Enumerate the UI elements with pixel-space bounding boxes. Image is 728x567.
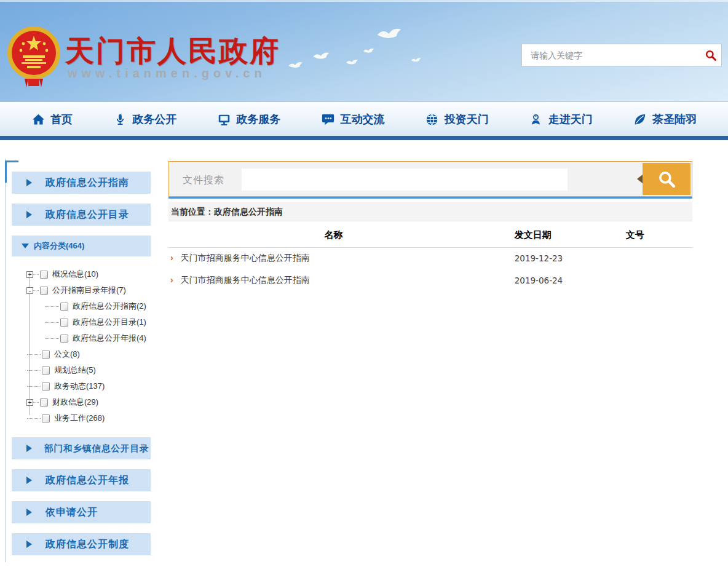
document-icon (42, 351, 50, 359)
sidebar-item-gov-info-guide[interactable]: 政府信息公开指南 (12, 172, 151, 194)
nav-item-tea-sage[interactable]: 茶圣陆羽 (633, 112, 697, 127)
microphone-icon (113, 113, 127, 126)
site-url: www.tianmen.gov.cn (68, 66, 266, 81)
tree-item-official-docs[interactable]: 公文(8) (19, 346, 159, 362)
bullet-arrow-icon: › (170, 253, 173, 263)
nav-label: 茶圣陆羽 (652, 112, 697, 127)
table-row: ›天门市招商服务中心信息公开指南 2019-06-24 (168, 269, 692, 291)
monitor-icon (217, 113, 231, 126)
nav-label: 政务服务 (236, 112, 280, 127)
document-docno (598, 247, 692, 269)
sidebar-item-label: 部门和乡镇信息公开目录 (44, 443, 149, 454)
triangle-right-icon (26, 211, 32, 218)
tree-dots (46, 306, 59, 307)
dove-icon (363, 47, 375, 55)
tree-item-finance-info[interactable]: + 财政信息(29) (19, 394, 159, 410)
tree-item-label: 政府信息公开目录(1) (73, 317, 146, 328)
header-date: 发文日期 (499, 224, 598, 247)
expand-plus-icon[interactable]: + (26, 399, 33, 406)
tree-dots (46, 322, 59, 323)
tree-item-gov-info-report-sub[interactable]: 政府信息公开年报(4) (38, 330, 159, 346)
nav-item-invest[interactable]: 投资天门 (425, 112, 489, 127)
file-search-input[interactable] (242, 169, 568, 191)
tree-item-business-work[interactable]: 业务工作(268) (19, 410, 159, 426)
search-icon[interactable] (700, 45, 721, 66)
person-pin-icon (529, 113, 543, 126)
home-icon (31, 113, 45, 126)
sidebar-item-apply-disclosure[interactable]: 依申请公开 (12, 501, 151, 523)
sidebar-item-label: 政府信息公开目录 (46, 208, 129, 221)
nav-label: 走进天门 (548, 112, 593, 127)
sidebar-item-gov-info-catalog[interactable]: 政府信息公开目录 (12, 204, 151, 226)
site-search-box (521, 44, 722, 66)
tree-item-label: 业务工作(268) (54, 413, 105, 424)
collapse-minus-icon[interactable]: - (26, 287, 33, 294)
site-search-input[interactable] (522, 46, 700, 65)
tree-dots (27, 354, 41, 355)
document-icon (40, 287, 48, 295)
document-icon (60, 335, 68, 343)
main-nav: 首页 政务公开 政务服务 互动交流 投资天门 走进天门 (0, 101, 728, 140)
tree-item-label: 公文(8) (54, 349, 80, 360)
dove-icon (288, 60, 304, 70)
magnifier-icon (656, 169, 677, 189)
document-date: 2019-12-23 (499, 247, 598, 269)
nav-label: 投资天门 (445, 112, 489, 127)
bullet-arrow-icon: › (170, 275, 173, 285)
document-icon (60, 319, 68, 327)
tree-dots (27, 386, 41, 387)
chat-icon (321, 113, 334, 126)
document-icon (42, 383, 50, 391)
tree-dots (27, 418, 41, 419)
tree-item-guide-catalog-report[interactable]: - 公开指南目录年报(7) (19, 282, 159, 298)
expand-plus-icon[interactable]: + (26, 271, 33, 278)
nav-item-home[interactable]: 首页 (31, 112, 73, 127)
document-link[interactable]: 天门市招商服务中心信息公开指南 (181, 275, 310, 285)
header-name: 名称 (168, 224, 499, 247)
table-header-row: 名称 发文日期 文号 (168, 224, 692, 247)
tree-item-label: 政府信息公开指南(2) (73, 301, 146, 312)
file-search-button[interactable] (643, 163, 690, 195)
nav-label: 首页 (50, 112, 73, 127)
nav-label: 政务公开 (132, 112, 176, 127)
document-link[interactable]: 天门市招商服务中心信息公开指南 (181, 253, 310, 263)
triangle-right-icon (26, 445, 32, 452)
page: 天门市人民政府 www.tianmen.gov.cn 首页 政务公开 (0, 0, 728, 567)
triangle-right-icon (26, 509, 32, 516)
dove-icon (411, 57, 422, 63)
sidebar-item-dept-township-catalog[interactable]: 部门和乡镇信息公开目录 (12, 437, 151, 459)
sidebar-item-content-category[interactable]: 内容分类(464) (12, 236, 151, 256)
tree-item-label: 公开指南目录年报(7) (52, 285, 126, 296)
tree-item-label: 政府信息公开年报(4) (73, 333, 146, 344)
nav-item-interaction[interactable]: 互动交流 (321, 112, 384, 127)
nav-item-gov-info[interactable]: 政务公开 (113, 112, 176, 127)
tree-dots (33, 402, 39, 403)
blue-divider (168, 197, 692, 199)
tree-item-label: 财政信息(29) (52, 397, 98, 408)
document-icon (42, 367, 50, 375)
tree-item-gov-info-catalog-sub[interactable]: 政府信息公开目录(1) (38, 314, 159, 330)
dove-icon (312, 50, 331, 61)
tree-item-gov-info-guide-sub[interactable]: 政府信息公开指南(2) (38, 298, 159, 314)
sidebar-item-label: 内容分类(464) (34, 240, 84, 252)
sidebar-item-annual-report[interactable]: 政府信息公开年报 (12, 469, 151, 491)
document-docno (598, 269, 692, 291)
tree-item-label: 规划总结(5) (54, 365, 96, 376)
triangle-right-icon (26, 179, 32, 186)
sidebar: 政府信息公开指南 政府信息公开目录 内容分类(464) + 概况信息(10) -… (5, 159, 159, 562)
breadcrumb: 当前位置：政府信息公开指南 (168, 202, 692, 221)
tree-item-gov-news[interactable]: 政务动态(137) (19, 378, 159, 394)
sidebar-item-disclosure-rules[interactable]: 政府信息公开制度 (12, 533, 151, 555)
tree-dots (27, 370, 41, 371)
document-icon (60, 303, 68, 311)
tree-item-overview[interactable]: + 概况信息(10) (19, 266, 159, 282)
leaf-icon (633, 113, 647, 126)
tree-item-planning-summary[interactable]: 规划总结(5) (19, 362, 159, 378)
document-icon (40, 398, 48, 406)
tree-dots (46, 338, 59, 339)
nav-item-about[interactable]: 走进天门 (529, 112, 593, 127)
sidebar-item-label: 政府信息公开年报 (46, 474, 129, 487)
site-title: 天门市人民政府 (65, 32, 280, 71)
triangle-right-icon (26, 477, 32, 484)
nav-item-gov-services[interactable]: 政务服务 (217, 112, 280, 127)
